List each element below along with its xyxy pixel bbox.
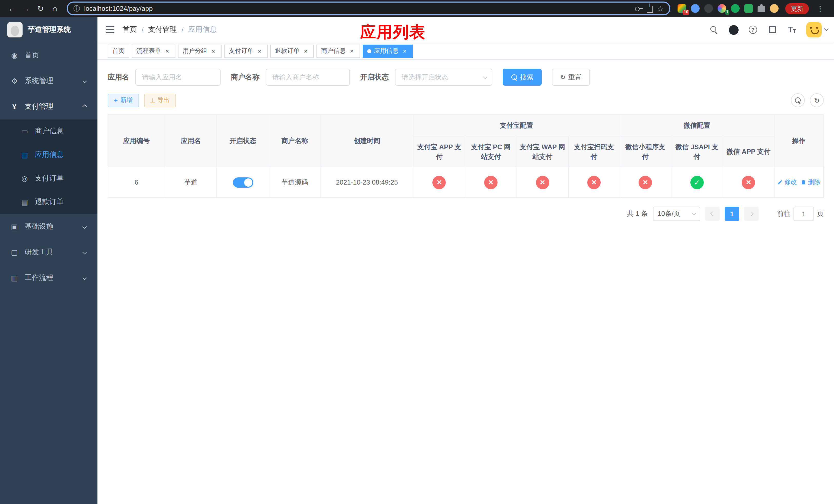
reload-icon[interactable] (34, 2, 47, 15)
breadcrumb-home[interactable]: 首页 (123, 25, 137, 35)
edit-button[interactable]: 修改 (777, 178, 797, 187)
next-page-button[interactable] (744, 207, 759, 221)
refresh-icon (560, 73, 566, 81)
order-icon (21, 174, 29, 183)
col-wechat-app-pay: 微信 APP 支付 (723, 136, 774, 167)
tab-pay-orders[interactable]: 支付订单 (224, 44, 268, 58)
profile-avatar-icon[interactable] (770, 4, 778, 13)
sidebar-item-label: 工作流程 (25, 273, 53, 282)
delete-button[interactable]: 删除 (801, 178, 820, 187)
tab-refund-orders[interactable]: 退款订单 (270, 44, 314, 58)
extension-icon-5[interactable] (731, 4, 740, 13)
browser-update-button[interactable]: 更新 (785, 3, 809, 14)
password-key-icon[interactable] (635, 5, 642, 12)
github-icon[interactable] (724, 17, 743, 43)
payment-submenu: 商户信息 应用信息 支付订单 退款订单 (0, 119, 97, 214)
app-shell: 芋道管理系统 首页 系统管理 支付管理 (0, 17, 834, 504)
site-info-icon[interactable] (73, 4, 80, 13)
status-select[interactable]: 请选择开启状态 (395, 69, 492, 86)
sidebar-item-label: 商户信息 (35, 127, 64, 136)
sidebar-item-dev-tools[interactable]: 研发工具 (0, 239, 97, 265)
avatar (806, 22, 822, 38)
help-icon[interactable] (744, 17, 762, 43)
prev-page-button[interactable] (705, 207, 720, 221)
infrastructure-icon (10, 223, 19, 231)
toggle-search-button[interactable] (791, 93, 805, 107)
tab-close-icon[interactable] (210, 47, 217, 54)
fullscreen-icon[interactable] (763, 17, 782, 43)
tab-process-form[interactable]: 流程表单 (132, 44, 175, 58)
tab-app-info[interactable]: 应用信息 (363, 44, 413, 58)
font-size-icon[interactable] (783, 17, 801, 43)
url-text[interactable]: localhost:1024/pay/app (84, 5, 631, 12)
tab-close-icon[interactable] (401, 47, 408, 54)
chevron-down-icon (83, 225, 87, 229)
sidebar-item-merchant-info[interactable]: 商户信息 (0, 119, 97, 143)
app-table: 应用编号 应用名 开启状态 商户名称 创建时间 支付宝配置 微信配置 操作 支付… (108, 114, 824, 198)
sidebar-item-label: 研发工具 (25, 248, 53, 257)
cell-status (217, 167, 269, 198)
share-icon[interactable] (646, 6, 653, 13)
tab-merchant-info[interactable]: 商户信息 (316, 44, 360, 58)
sidebar-item-payment[interactable]: 支付管理 (0, 94, 97, 119)
breadcrumb: 首页 支付管理 应用信息 (123, 25, 217, 35)
breadcrumb-payment[interactable]: 支付管理 (148, 25, 177, 35)
chevron-down-icon (83, 276, 87, 280)
tab-close-icon[interactable] (302, 47, 309, 54)
sidebar-item-app-info[interactable]: 应用信息 (0, 143, 97, 167)
workflow-icon (10, 274, 19, 282)
sidebar-item-system[interactable]: 系统管理 (0, 68, 97, 94)
sidebar-item-pay-orders[interactable]: 支付订单 (0, 167, 97, 190)
reset-button[interactable]: 重置 (552, 69, 590, 86)
browser-menu-icon[interactable] (813, 2, 827, 15)
app-table-wrapper: 应用编号 应用名 开启状态 商户名称 创建时间 支付宝配置 微信配置 操作 支付… (108, 114, 824, 198)
cell-config (517, 167, 568, 198)
enabled-toggle[interactable] (233, 177, 253, 187)
extension-icon-4[interactable]: 1 (718, 4, 726, 13)
sidebar-item-refund-orders[interactable]: 退款订单 (0, 190, 97, 214)
tab-close-icon[interactable] (348, 47, 355, 54)
extension-icon-2[interactable] (691, 4, 700, 13)
config-status-icon (484, 176, 498, 189)
page-number-button[interactable]: 1 (725, 207, 739, 221)
sidebar-item-workflow[interactable]: 工作流程 (0, 265, 97, 291)
goto-page-input[interactable] (793, 207, 814, 221)
extension-icon-3[interactable] (704, 4, 713, 13)
url-bar[interactable]: localhost:1024/pay/app (67, 2, 671, 15)
sidebar-item-home[interactable]: 首页 (0, 43, 97, 68)
sidebar-toggle-button[interactable] (97, 17, 123, 43)
sidebar-item-infrastructure[interactable]: 基础设施 (0, 214, 97, 239)
tab-home[interactable]: 首页 (108, 44, 129, 58)
tab-close-icon[interactable] (256, 47, 263, 54)
export-button[interactable]: 导出 (144, 94, 176, 107)
col-wechat-jsapi-pay: 微信 JSAPI 支付 (671, 136, 723, 167)
chevron-down-icon (83, 250, 87, 255)
merchant-name-input[interactable] (266, 69, 350, 86)
navbar-actions (705, 17, 834, 43)
tab-close-icon[interactable] (163, 47, 171, 54)
chevron-down-icon (483, 75, 487, 79)
app-logo[interactable]: 芋道管理系统 (0, 17, 97, 43)
cell-config (413, 167, 465, 198)
chevron-down-icon (824, 27, 829, 31)
chevron-down-icon (83, 79, 87, 83)
forward-icon[interactable] (20, 2, 33, 15)
search-icon[interactable] (705, 17, 723, 43)
page-size-select[interactable]: 10条/页 (653, 207, 700, 221)
bookmark-star-icon[interactable] (657, 4, 664, 13)
extensions-puzzle-icon[interactable] (758, 6, 765, 12)
user-menu[interactable] (806, 22, 828, 38)
add-button[interactable]: 新增 (108, 94, 139, 107)
search-button[interactable]: 搜索 (503, 69, 542, 86)
refresh-button[interactable] (810, 93, 824, 107)
app-name-input[interactable] (135, 69, 221, 86)
merchant-name-label: 商户名称 (231, 72, 260, 82)
sidebar-item-label: 支付管理 (25, 102, 53, 111)
extension-icon-1[interactable]: 10 (678, 4, 686, 13)
config-status-icon (587, 176, 601, 189)
breadcrumb-separator (141, 26, 144, 34)
tab-user-group[interactable]: 用户分组 (178, 44, 222, 58)
back-icon[interactable] (5, 2, 19, 15)
extension-icon-6[interactable] (744, 4, 753, 13)
home-icon[interactable] (48, 2, 62, 15)
